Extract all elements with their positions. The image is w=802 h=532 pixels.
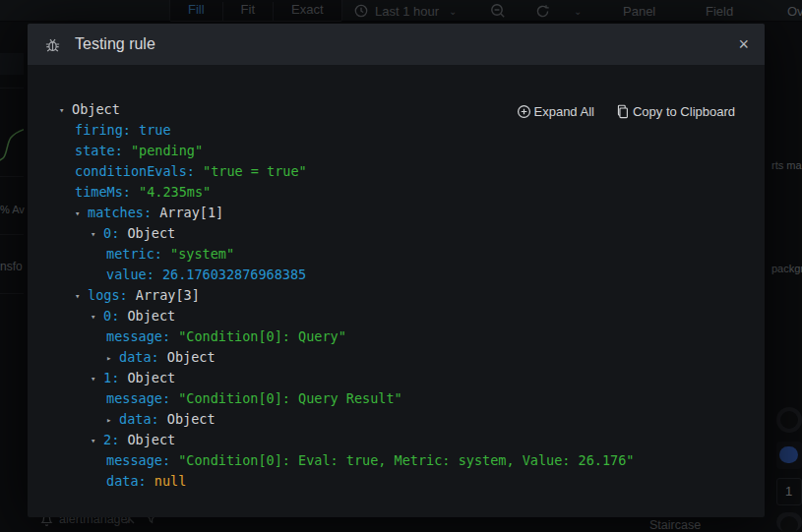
json-tree-row: message: "Condition[0]: Query" (28, 326, 765, 347)
collapse-toggle-icon[interactable]: ▾ (91, 369, 103, 389)
json-tree-row[interactable]: ▾1: Object (28, 368, 765, 388)
json-tree-row[interactable]: ▾2: Object (28, 430, 765, 450)
json-tree-row: message: "Condition[0]: Query Result" (28, 388, 765, 409)
expand-toggle-icon[interactable]: ▸ (106, 410, 119, 431)
bug-icon (43, 35, 62, 54)
collapse-toggle-icon[interactable]: ▾ (75, 204, 88, 224)
collapse-toggle-icon[interactable]: ▾ (91, 307, 103, 327)
json-key: matches: (88, 205, 159, 220)
expand-all-button[interactable]: Expand All (517, 104, 594, 119)
json-key: data: (119, 411, 167, 427)
json-tree-row[interactable]: ▸data: Object (28, 409, 765, 430)
json-tree: ▾Objectfiring: truestate: "pending"condi… (28, 99, 765, 492)
json-tree-row[interactable]: ▸data: Object (28, 347, 765, 368)
json-value: Object (127, 432, 175, 447)
json-value: "true = true" (203, 163, 307, 179)
json-key: logs: (88, 287, 136, 303)
json-key: data: (106, 473, 154, 489)
json-value: 26.176032876968385 (162, 266, 306, 282)
json-key: message: (106, 452, 178, 468)
json-key: 0: (103, 308, 127, 324)
json-value: Array[3] (136, 287, 200, 303)
copy-icon (616, 104, 630, 119)
modal-body: Expand All Copy to Clipboard ▾Objectfiri… (28, 65, 765, 517)
json-key: 0: (103, 225, 127, 241)
collapse-toggle-icon[interactable]: ▾ (75, 286, 88, 307)
collapse-toggle-icon[interactable]: ▾ (59, 100, 72, 121)
json-value: "Condition[0]: Query Result" (178, 390, 402, 406)
json-tree-row: timeMs: "4.235ms" (28, 182, 765, 203)
json-tree-row: data: null (28, 471, 765, 492)
expand-all-label: Expand All (534, 104, 594, 119)
json-value: Object (127, 370, 175, 385)
json-tree-row[interactable]: ▾matches: Array[1] (28, 203, 765, 223)
copy-to-clipboard-label: Copy to Clipboard (633, 104, 735, 119)
json-value: true (139, 122, 171, 138)
close-icon[interactable]: × (738, 33, 749, 55)
expand-toggle-icon[interactable]: ▸ (106, 348, 119, 369)
json-key: 2: (103, 432, 127, 447)
json-tree-row: message: "Condition[0]: Eval: true, Metr… (28, 450, 765, 471)
json-key: message: (106, 328, 178, 344)
json-tree-row[interactable]: ▾0: Object (28, 306, 765, 326)
json-value: Object (127, 225, 175, 241)
json-value: "Condition[0]: Eval: true, Metric: syste… (178, 452, 634, 468)
json-tree-row: firing: true (28, 120, 765, 141)
circle-plus-icon (517, 104, 531, 119)
json-key: data: (119, 349, 167, 365)
screen: Fill Fit Exact Last 1 hour ⌄ (0, 0, 802, 532)
json-tree-row[interactable]: ▾logs: Array[3] (28, 285, 765, 306)
json-key: message: (106, 390, 178, 406)
copy-to-clipboard-button[interactable]: Copy to Clipboard (616, 104, 735, 119)
json-key: conditionEvals: (75, 163, 203, 179)
modal-header: Testing rule × (28, 24, 765, 65)
json-tree-row: metric: "system" (28, 244, 765, 265)
json-value: null (154, 473, 187, 489)
json-value: "4.235ms" (139, 184, 211, 200)
json-key: value: (106, 266, 162, 282)
json-key: state: (75, 143, 131, 158)
json-value: "Condition[0]: Query" (178, 328, 346, 344)
tree-actions: Expand All Copy to Clipboard (517, 104, 736, 119)
testing-rule-modal: Testing rule × Expand All (28, 24, 765, 517)
json-key: firing: (75, 122, 139, 138)
json-key: metric: (106, 246, 170, 262)
json-value: "system" (170, 246, 234, 262)
json-key: timeMs: (75, 184, 139, 200)
json-tree-row[interactable]: ▾0: Object (28, 223, 765, 244)
json-value: "pending" (131, 143, 203, 158)
collapse-toggle-icon[interactable]: ▾ (91, 224, 103, 245)
json-value: Object (72, 101, 120, 117)
modal-title: Testing rule (75, 35, 155, 53)
json-value: Object (127, 308, 175, 324)
json-value: Object (167, 349, 216, 365)
json-key: 1: (103, 370, 127, 385)
json-tree-row: value: 26.176032876968385 (28, 265, 765, 285)
collapse-toggle-icon[interactable]: ▾ (91, 431, 103, 451)
json-value: Object (167, 411, 216, 427)
json-value: Array[1] (159, 205, 223, 220)
json-tree-row: conditionEvals: "true = true" (28, 161, 765, 182)
json-tree-row: state: "pending" (28, 141, 765, 161)
